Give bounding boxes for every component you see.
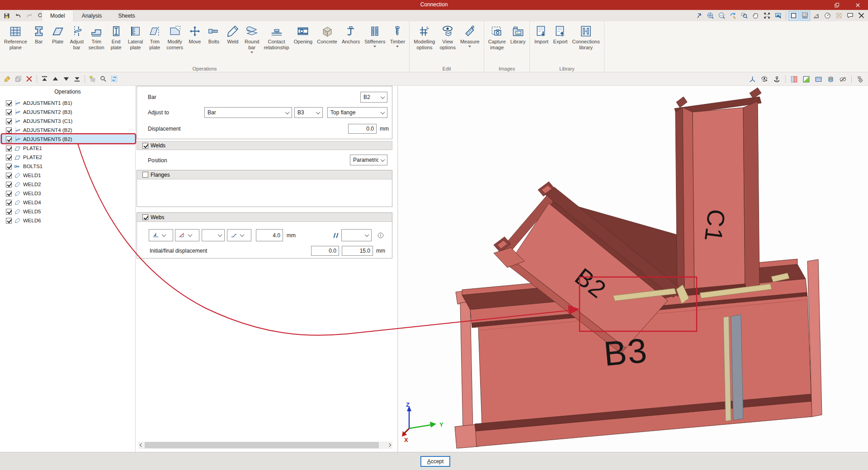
section-view-button[interactable]: [789, 74, 799, 84]
welds-checkbox[interactable]: [142, 143, 148, 149]
ribbon-button-weld[interactable]: Weld: [223, 22, 242, 45]
visibility-checkbox[interactable]: [6, 155, 12, 160]
tree-item-weld2[interactable]: WELD2: [0, 180, 135, 189]
displacement-input[interactable]: [348, 124, 377, 134]
undo-button[interactable]: [13, 11, 23, 20]
tools-toggle[interactable]: [856, 11, 867, 21]
ribbon-button-lateral-plate[interactable]: Lateralplate: [126, 22, 146, 51]
solid-view-toggle[interactable]: [788, 11, 799, 21]
position-select[interactable]: Parametric: [350, 155, 387, 165]
visibility-checkbox[interactable]: [6, 100, 12, 106]
flanges-checkbox[interactable]: [142, 172, 148, 178]
ribbon-button-round-bar[interactable]: Roundbar: [242, 22, 261, 53]
tree-item-bolts1[interactable]: BOLTS1: [0, 162, 135, 171]
redo-button[interactable]: [24, 11, 34, 20]
3d-viewport[interactable]: B2 C1 B3 Z Y X: [398, 86, 868, 452]
dimension-toggle[interactable]: [811, 11, 821, 21]
zoom-scale-button[interactable]: x2: [717, 11, 727, 21]
ribbon-button-library[interactable]: Library: [508, 22, 528, 45]
webs-checkbox[interactable]: [142, 214, 148, 220]
ribbon-button-anchors[interactable]: Anchors: [340, 22, 362, 45]
3d-settings-button[interactable]: 3D: [855, 74, 865, 84]
comments-toggle[interactable]: [845, 11, 855, 21]
ribbon-button-reference-plane[interactable]: Referenceplane: [2, 22, 29, 51]
zoom-fit-button[interactable]: [762, 11, 772, 21]
webs-weld-side-select[interactable]: [175, 229, 199, 241]
ribbon-button-contact-relationship[interactable]: Contactrelationship: [261, 22, 291, 51]
visibility-checkbox[interactable]: [6, 127, 12, 133]
tree-item-adjustment5-b2[interactable]: ADJUSTMENT5 (B2): [0, 135, 135, 144]
ribbon-button-modelling-options[interactable]: Modellingoptions: [411, 22, 437, 51]
ribbon-button-bolts[interactable]: Bolts: [204, 22, 223, 45]
previous-view-button[interactable]: [773, 11, 783, 21]
visibility-checkbox[interactable]: [6, 109, 12, 115]
ribbon-button-export[interactable]: Export: [551, 22, 570, 45]
tree-item-adjustment2-b3[interactable]: ADJUSTMENT2 (B3): [0, 108, 135, 117]
tree-item-adjustment3-c1[interactable]: ADJUSTMENT3 (C1): [0, 117, 135, 126]
visibility-checkbox[interactable]: [6, 173, 12, 179]
visibility-checkbox[interactable]: [6, 146, 12, 151]
snap-points-toggle[interactable]: [834, 11, 844, 21]
visibility-checkbox[interactable]: [6, 218, 12, 224]
ribbon-button-modify-corners[interactable]: Modifycorners: [164, 22, 185, 51]
restore-button[interactable]: [826, 0, 847, 10]
webs-weld-type-select[interactable]: [149, 229, 173, 241]
search-operations-button[interactable]: [99, 74, 108, 84]
close-button[interactable]: [847, 0, 868, 10]
bar-select[interactable]: B2: [360, 92, 387, 103]
ribbon-button-timber[interactable]: Timber: [388, 22, 408, 47]
ribbon-button-capture-image[interactable]: Captureimage: [486, 22, 508, 51]
spin-view-button[interactable]: [772, 74, 782, 84]
tree-item-weld4[interactable]: WELD4: [0, 198, 135, 207]
zoom-extents-button[interactable]: [705, 11, 716, 21]
rotate-view-button[interactable]: [694, 11, 704, 21]
webs-weld-size-input[interactable]: [256, 229, 283, 241]
webs-parallel-select[interactable]: [341, 229, 372, 241]
protractor-toggle[interactable]: [822, 11, 833, 21]
tree-item-plate1[interactable]: PLATE1: [0, 144, 135, 153]
zoom-window-button[interactable]: [739, 11, 750, 21]
scrollbar-track[interactable]: [145, 442, 386, 448]
ribbon-button-move[interactable]: Move: [185, 22, 204, 45]
visibility-checkbox[interactable]: [6, 191, 12, 197]
hide-elements-button[interactable]: [838, 74, 848, 84]
visibility-checkbox[interactable]: [6, 209, 12, 215]
layers-button[interactable]: [826, 74, 836, 84]
tree-item-weld3[interactable]: WELD3: [0, 189, 135, 198]
tree-view-button[interactable]: [88, 74, 97, 84]
delete-operation-button[interactable]: [24, 74, 34, 84]
tab-sheets[interactable]: Sheets: [110, 10, 143, 21]
ribbon-button-end-plate[interactable]: Endplate: [107, 22, 126, 51]
move-up-button[interactable]: [51, 74, 60, 84]
axes-button[interactable]: [747, 74, 758, 84]
ribbon-button-view-options[interactable]: Viewoptions: [437, 22, 458, 51]
adjust-part-select[interactable]: Top flange: [327, 107, 387, 118]
initial-displacement-input[interactable]: [311, 246, 339, 256]
pan-button[interactable]: [750, 11, 761, 21]
ribbon-button-connections-library[interactable]: Connectionslibrary: [570, 22, 602, 51]
tab-model[interactable]: Model: [42, 10, 74, 21]
ribbon-button-opening[interactable]: Opening: [292, 22, 315, 45]
tree-item-plate2[interactable]: PLATE2: [0, 153, 135, 162]
horizontal-scrollbar[interactable]: [138, 442, 392, 449]
ribbon-button-trim-plate[interactable]: Trimplate: [145, 22, 164, 51]
visibility-checkbox[interactable]: [6, 136, 12, 142]
tree-item-adjustment1-b1[interactable]: ADJUSTMENT1 (B1): [0, 99, 135, 108]
scrollbar-thumb[interactable]: [145, 442, 379, 448]
adjust-member-select[interactable]: B3: [294, 107, 323, 118]
tree-item-adjustment4-b2[interactable]: ADJUSTMENT4 (B2): [0, 126, 135, 135]
orbit-view-button[interactable]: [760, 74, 770, 84]
adjust-type-select[interactable]: Bar: [204, 107, 292, 118]
accept-button[interactable]: Accept: [420, 456, 450, 467]
webs-weld-contour-select[interactable]: [227, 229, 251, 241]
scroll-left-arrow[interactable]: [138, 442, 145, 449]
visibility-checkbox[interactable]: [6, 118, 12, 124]
ribbon-button-concrete[interactable]: Concrete: [315, 22, 340, 45]
render-mode-button[interactable]: [801, 74, 811, 84]
move-bottom-button[interactable]: [72, 74, 82, 84]
visibility-checkbox[interactable]: [6, 200, 12, 206]
regenerate-button[interactable]: [109, 74, 119, 84]
final-displacement-input[interactable]: [342, 246, 373, 256]
info-icon[interactable]: [377, 232, 384, 239]
visibility-checkbox[interactable]: [6, 182, 12, 188]
